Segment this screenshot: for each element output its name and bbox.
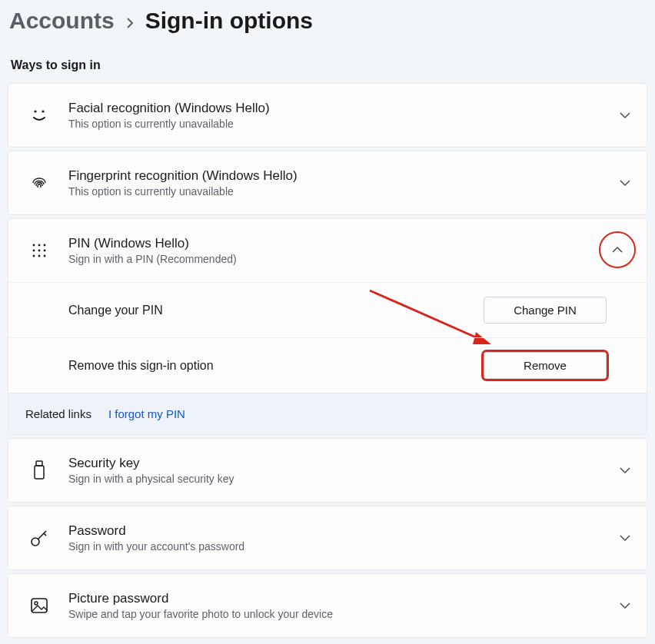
svg-point-0	[34, 110, 36, 112]
svg-line-16	[38, 531, 46, 539]
option-picture-password-title: Picture password	[68, 591, 607, 606]
option-fingerprint-subtitle: This option is currently unavailable	[68, 185, 607, 198]
pin-change-label: Change your PIN	[68, 304, 163, 317]
option-fingerprint: Fingerprint recognition (Windows Hello) …	[8, 151, 647, 215]
option-pin: PIN (Windows Hello) Sign in with a PIN (…	[8, 218, 647, 435]
option-fingerprint-header[interactable]: Fingerprint recognition (Windows Hello) …	[8, 151, 647, 214]
key-icon	[25, 528, 53, 548]
chevron-down-icon	[619, 466, 631, 474]
pin-remove-label: Remove this sign-in option	[68, 359, 214, 373]
chevron-up-icon	[599, 231, 636, 268]
svg-point-3	[38, 244, 41, 247]
pin-related-links: Related links I forgot my PIN	[8, 393, 647, 434]
chevron-down-icon	[619, 111, 631, 119]
option-security-key-title: Security key	[68, 456, 607, 471]
svg-point-1	[42, 110, 44, 112]
svg-point-5	[33, 250, 35, 252]
svg-point-4	[44, 244, 46, 247]
option-security-key-header[interactable]: Security key Sign in with a physical sec…	[8, 439, 647, 502]
face-icon	[25, 107, 53, 124]
option-pin-subtitle: Sign in with a PIN (Recommended)	[68, 253, 607, 265]
breadcrumb-parent[interactable]: Accounts	[9, 8, 115, 34]
chevron-down-icon	[619, 602, 631, 609]
image-icon	[25, 597, 53, 614]
chevron-right-icon	[125, 17, 135, 29]
option-pin-title: PIN (Windows Hello)	[68, 236, 607, 251]
pin-keypad-icon	[25, 242, 53, 259]
option-picture-password-subtitle: Swipe and tap your favorite photo to unl…	[68, 608, 607, 620]
option-security-key: Security key Sign in with a physical sec…	[8, 438, 647, 503]
svg-rect-13	[36, 461, 42, 466]
svg-point-7	[44, 250, 46, 252]
section-header: Ways to sign in	[8, 35, 647, 83]
chevron-down-icon	[619, 179, 631, 187]
option-security-key-subtitle: Sign in with a physical security key	[68, 473, 607, 485]
usb-key-icon	[25, 460, 53, 480]
svg-point-2	[33, 244, 35, 247]
option-password-header[interactable]: Password Sign in with your account's pas…	[8, 506, 647, 569]
svg-rect-14	[35, 466, 44, 479]
option-picture-password-header[interactable]: Picture password Swipe and tap your favo…	[8, 574, 647, 637]
option-face-subtitle: This option is currently unavailable	[68, 118, 607, 130]
forgot-pin-link[interactable]: I forgot my PIN	[108, 407, 185, 420]
option-password: Password Sign in with your account's pas…	[8, 506, 647, 570]
change-pin-button[interactable]: Change PIN	[484, 297, 607, 324]
option-face-header[interactable]: Facial recognition (Windows Hello) This …	[8, 84, 647, 147]
svg-line-17	[44, 533, 46, 536]
pin-remove-row: Remove this sign-in option Remove	[8, 337, 647, 393]
option-picture-password: Picture password Swipe and tap your favo…	[8, 573, 647, 638]
breadcrumb: Accounts Sign-in options	[8, 0, 647, 35]
option-password-subtitle: Sign in with your account's password	[68, 540, 607, 553]
chevron-down-icon	[619, 534, 631, 542]
pin-change-row: Change your PIN Change PIN	[8, 282, 647, 337]
related-links-label: Related links	[25, 407, 91, 420]
page-title: Sign-in options	[145, 8, 313, 34]
option-password-title: Password	[68, 523, 607, 539]
svg-point-8	[33, 255, 35, 257]
svg-rect-18	[32, 599, 47, 612]
option-face: Facial recognition (Windows Hello) This …	[8, 83, 647, 148]
svg-point-10	[44, 255, 46, 257]
option-pin-header[interactable]: PIN (Windows Hello) Sign in with a PIN (…	[8, 219, 647, 282]
svg-line-11	[370, 290, 481, 340]
svg-point-19	[35, 602, 38, 605]
option-face-title: Facial recognition (Windows Hello)	[68, 101, 607, 116]
option-fingerprint-title: Fingerprint recognition (Windows Hello)	[68, 168, 607, 184]
svg-point-6	[38, 250, 41, 252]
fingerprint-icon	[25, 174, 53, 192]
remove-pin-button[interactable]: Remove	[484, 352, 607, 379]
svg-point-9	[38, 255, 41, 257]
